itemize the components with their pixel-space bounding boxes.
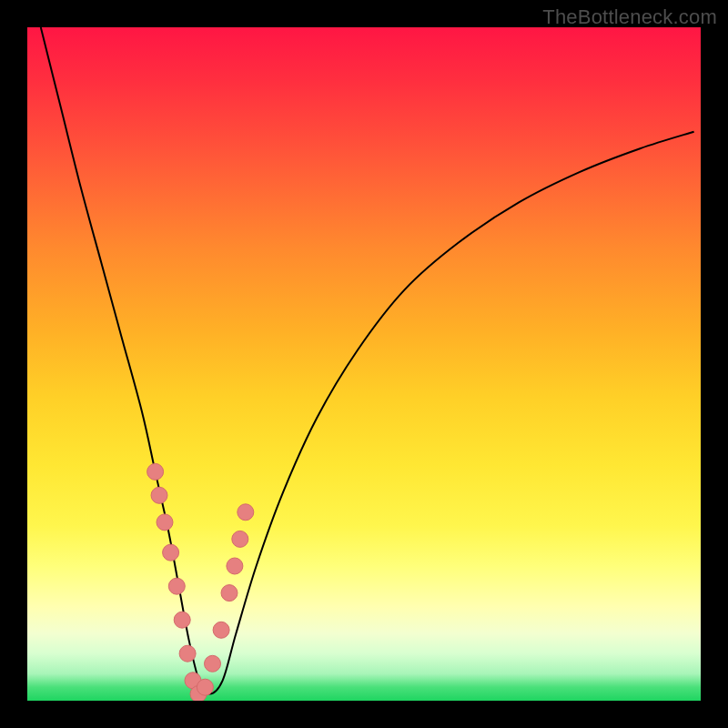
plot-area	[27, 27, 701, 701]
curve-marker	[197, 679, 213, 695]
curve-marker	[179, 645, 196, 662]
curve-marker	[232, 531, 248, 547]
watermark-text: TheBottleneck.com	[542, 5, 717, 29]
bottleneck-curve-path	[41, 27, 694, 694]
curve-marker	[174, 612, 190, 628]
curve-marker	[221, 585, 238, 602]
curve-marker	[168, 578, 185, 594]
curve-marker	[238, 504, 254, 521]
marker-group	[147, 463, 254, 701]
curve-marker	[213, 622, 229, 638]
curve-marker	[151, 487, 167, 503]
outer-frame: TheBottleneck.com	[0, 0, 728, 728]
curve-marker	[205, 655, 221, 672]
curve-marker	[163, 544, 179, 561]
chart-svg-layer	[27, 27, 701, 701]
curve-marker	[227, 558, 243, 574]
curve-marker	[157, 514, 173, 531]
curve-marker	[147, 463, 164, 480]
